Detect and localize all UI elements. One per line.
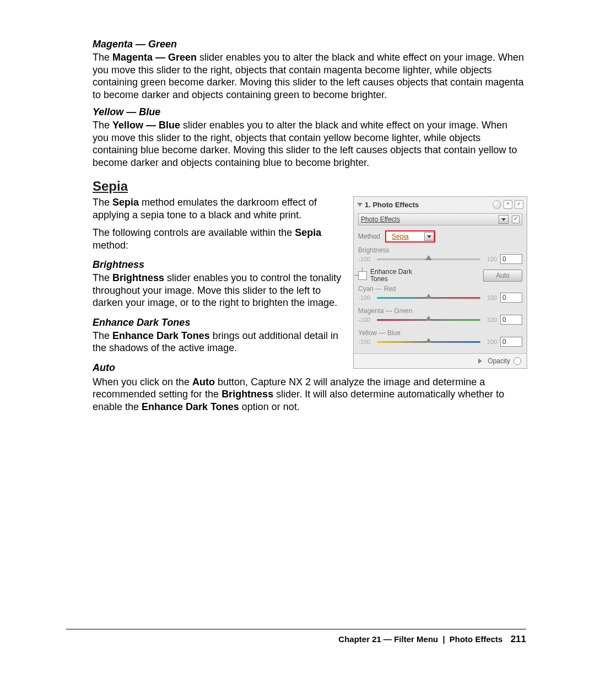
- magenta-green-label: Magenta — Green: [358, 307, 522, 315]
- magenta-green-slider[interactable]: [377, 317, 480, 322]
- panel-title-icons: × ✓: [493, 200, 523, 209]
- para-magenta-green: The Magenta — Green slider enables you t…: [93, 51, 526, 101]
- text: option or not.: [239, 401, 300, 412]
- method-label: Method: [358, 233, 380, 240]
- enhance-label: Enhance Dark Tones: [370, 268, 412, 283]
- brightness-min: -100: [358, 256, 374, 262]
- text: The: [93, 272, 112, 283]
- effect-dropdown-label: Photo Effects: [361, 216, 499, 223]
- magenta-green-value-input[interactable]: 0: [500, 315, 522, 325]
- para-sepia-2: The following controls are available wit…: [93, 227, 342, 251]
- cyan-red-value-input[interactable]: 0: [500, 293, 522, 303]
- yellow-blue-slider[interactable]: [377, 339, 480, 344]
- brightness-slider-block: Brightness -100 100 0: [358, 246, 522, 264]
- magenta-green-max: 100: [484, 316, 497, 323]
- enhance-checkbox[interactable]: [358, 271, 367, 280]
- para-brightness: The Brightness slider enables you to con…: [93, 272, 342, 309]
- close-icon[interactable]: ×: [504, 200, 512, 209]
- text: The: [93, 330, 112, 341]
- text-bold: Enhance Dark Tones: [142, 401, 239, 412]
- reset-icon[interactable]: [493, 200, 501, 209]
- text: The following controls are available wit…: [93, 227, 295, 238]
- footer-chapter: Chapter 21 — Filter Menu: [338, 634, 438, 644]
- text-bold: Sepia: [112, 197, 139, 208]
- panel-title: 1. Photo Effects: [365, 201, 493, 209]
- text: The: [93, 52, 112, 63]
- photo-effects-panel: 1. Photo Effects × ✓ Photo Effects ✓ Me: [353, 196, 527, 369]
- yellow-blue-label: Yellow — Blue: [358, 329, 522, 337]
- page-footer: Chapter 21 — Filter Menu | Photo Effects…: [66, 629, 526, 645]
- panel-title-row: 1. Photo Effects × ✓: [354, 197, 527, 211]
- slider-thumb-icon[interactable]: [425, 316, 432, 321]
- auto-button[interactable]: Auto: [483, 270, 522, 282]
- text: Tones: [370, 275, 388, 283]
- apply-checkbox[interactable]: ✓: [515, 200, 523, 209]
- cyan-red-slider[interactable]: [377, 295, 480, 300]
- page-number: 211: [511, 634, 526, 644]
- cyan-red-min: -100: [358, 294, 374, 301]
- cyan-red-label: Cyan — Red: [358, 285, 522, 293]
- heading-auto: Auto: [93, 362, 342, 374]
- opacity-label: Opacity: [488, 357, 510, 365]
- yellow-blue-value-input[interactable]: 0: [500, 337, 522, 347]
- text-bold: Enhance Dark Tones: [112, 330, 210, 341]
- cyan-red-slider-block: Cyan — Red -100 100 0: [358, 285, 522, 303]
- text-bold: Sepia: [295, 227, 321, 238]
- effect-enable-checkbox[interactable]: ✓: [512, 216, 520, 223]
- yellow-blue-max: 100: [484, 338, 497, 345]
- para-auto: When you click on the Auto button, Captu…: [93, 376, 526, 413]
- enhance-row: Enhance Dark Tones Auto: [358, 268, 522, 283]
- text: The: [93, 120, 112, 131]
- para-sepia-1: The Sepia method emulates the darkroom e…: [93, 196, 342, 221]
- method-row: Method Sepia: [358, 229, 522, 246]
- brightness-slider[interactable]: [377, 256, 480, 262]
- para-enhance: The Enhance Dark Tones brings out additi…: [93, 330, 342, 354]
- text-bold: Yellow — Blue: [112, 120, 180, 131]
- chevron-down-icon[interactable]: [424, 232, 434, 241]
- slider-thumb-icon[interactable]: [425, 294, 432, 299]
- effect-dropdown[interactable]: Photo Effects ✓: [358, 213, 522, 225]
- footer-divider: |: [442, 634, 445, 644]
- cyan-red-max: 100: [484, 294, 497, 301]
- yellow-blue-min: -100: [358, 338, 374, 345]
- text-bold: Magenta — Green: [112, 52, 197, 63]
- para-yellow-blue: The Yellow — Blue slider enables you to …: [93, 119, 526, 169]
- text: When you click on the: [93, 376, 192, 387]
- text-bold: Brightness: [112, 272, 164, 283]
- text-bold: Auto: [192, 376, 215, 387]
- method-select[interactable]: Sepia: [386, 231, 435, 242]
- text: Enhance Dark: [370, 268, 412, 276]
- heading-sepia: Sepia: [93, 179, 526, 194]
- photo-effects-panel-wrap: 1. Photo Effects × ✓ Photo Effects ✓ Me: [353, 196, 526, 375]
- method-value: Sepia: [386, 231, 424, 241]
- magenta-green-slider-block: Magenta — Green -100 100 0: [358, 307, 522, 325]
- text-bold: Brightness: [221, 389, 273, 400]
- text: method:: [93, 240, 128, 251]
- slider-thumb-icon[interactable]: [425, 255, 432, 260]
- footer-section: Photo Effects: [450, 634, 503, 644]
- opacity-row: Opacity: [354, 353, 527, 368]
- heading-magenta-green: Magenta — Green: [93, 39, 526, 50]
- heading-enhance: Enhance Dark Tones: [93, 317, 342, 329]
- collapse-icon[interactable]: [357, 203, 363, 207]
- text: The: [93, 197, 112, 208]
- brightness-label: Brightness: [358, 246, 522, 254]
- document-page: Magenta — Green The Magenta — Green slid…: [0, 0, 595, 700]
- heading-brightness: Brightness: [93, 259, 342, 271]
- slider-thumb-icon[interactable]: [425, 338, 432, 343]
- brightness-max: 100: [484, 256, 497, 262]
- magenta-green-min: -100: [358, 316, 374, 323]
- expand-icon[interactable]: [478, 358, 482, 364]
- heading-yellow-blue: Yellow — Blue: [93, 106, 526, 118]
- chevron-down-icon[interactable]: [499, 215, 509, 224]
- brightness-value-input[interactable]: 0: [500, 254, 522, 264]
- opacity-radio[interactable]: [513, 357, 521, 365]
- yellow-blue-slider-block: Yellow — Blue -100 100 0: [358, 329, 522, 347]
